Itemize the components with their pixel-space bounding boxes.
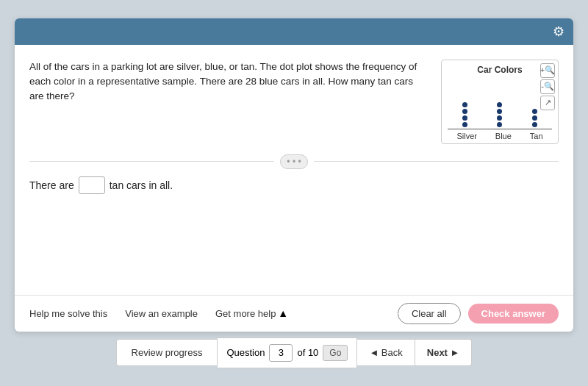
label-blue: Blue	[495, 132, 512, 140]
dot	[462, 109, 467, 114]
dot-column-silver	[462, 102, 467, 127]
dot-labels: Silver Blue Tan	[448, 132, 552, 140]
clear-all-button[interactable]: Clear all	[398, 303, 461, 324]
dot	[497, 109, 502, 114]
dot	[497, 102, 502, 107]
answer-prefix: There are	[29, 179, 74, 191]
more-help-link[interactable]: Get more help	[215, 308, 276, 319]
answer-input[interactable]	[79, 176, 105, 194]
answer-suffix: tan cars in all.	[110, 179, 173, 191]
bottom-bar: Review progress Question of 10 Go ◄ Back…	[15, 337, 573, 368]
dot-plot-icons: +🔍 -🔍 ↗	[540, 63, 555, 110]
check-answer-button[interactable]: Check answer	[468, 304, 559, 324]
get-more-help: Get more help ▲	[215, 307, 288, 319]
question-number-input[interactable]	[269, 344, 293, 362]
dot	[532, 109, 537, 114]
zoom-in-button[interactable]: +🔍	[540, 63, 555, 78]
question-nav: Question of 10 Go	[218, 337, 357, 368]
label-tan: Tan	[530, 132, 543, 140]
divider-dots: • • •	[280, 154, 307, 169]
expand-button[interactable]: ↗	[540, 96, 555, 110]
more-help-icon: ▲	[278, 307, 288, 319]
dot	[462, 115, 467, 121]
dot	[532, 115, 537, 121]
dot-plot-title: Car Colors	[448, 65, 552, 75]
dot	[497, 122, 502, 127]
view-example-link[interactable]: View an example	[125, 308, 198, 319]
question-text: All of the cars in a parking lot are sil…	[29, 60, 426, 104]
dot	[462, 122, 467, 127]
dot-column-tan	[532, 109, 537, 127]
of-label: of 10	[297, 347, 318, 358]
dot	[497, 115, 502, 121]
help-solve-link[interactable]: Help me solve this	[29, 308, 107, 319]
label-silver: Silver	[456, 132, 477, 140]
go-button[interactable]: Go	[323, 345, 348, 361]
card-header: ⚙	[15, 18, 573, 45]
review-progress-button[interactable]: Review progress	[116, 339, 218, 366]
dot-plot-area	[448, 78, 552, 129]
answer-section: There are tan cars in all.	[29, 176, 559, 194]
settings-button[interactable]: ⚙	[553, 24, 564, 40]
card-body: All of the cars in a parking lot are sil…	[15, 45, 573, 295]
zoom-out-button[interactable]: -🔍	[540, 79, 555, 94]
question-section: All of the cars in a parking lot are sil…	[29, 60, 559, 144]
divider-line-right	[314, 161, 559, 162]
next-button[interactable]: Next ►	[415, 339, 473, 366]
question-label: Question	[226, 347, 265, 358]
divider-row: • • •	[29, 154, 559, 169]
footer-right: Clear all Check answer	[398, 303, 559, 324]
dot-plot-container: Car Colors	[441, 60, 559, 144]
divider-line	[29, 161, 274, 162]
back-button[interactable]: ◄ Back	[357, 339, 415, 366]
dot	[462, 102, 467, 107]
dot-column-blue	[497, 102, 502, 127]
dot	[532, 122, 537, 127]
card-footer: Help me solve this View an example Get m…	[15, 295, 573, 332]
